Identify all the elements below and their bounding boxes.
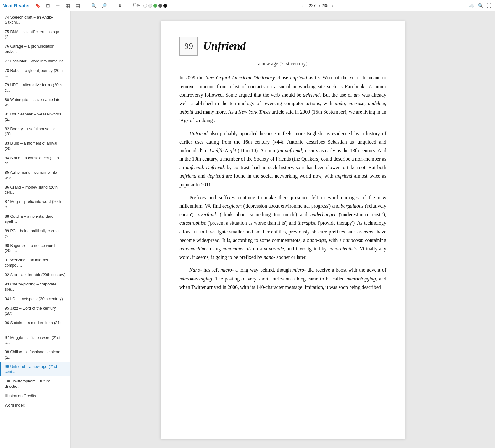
download-icon[interactable]: ⬇	[117, 2, 124, 9]
sidebar-item-77[interactable]: 77 Escalator – word into name int...	[0, 56, 70, 66]
dot-4[interactable]	[158, 4, 162, 8]
sidebar-item-97[interactable]: 97 Muggle – a fiction word (21st c...	[0, 333, 70, 348]
chapter-subtitle: a new age (21st century)	[179, 59, 386, 68]
bookmark-icon[interactable]: 🔖	[34, 2, 41, 9]
fullscreen-icon[interactable]: ⛶	[486, 2, 492, 9]
separator2	[112, 3, 112, 9]
sidebar-item-78[interactable]: 78 Robot – a global journey (20th ...	[0, 66, 70, 81]
prev-page-button[interactable]: ‹	[300, 3, 305, 9]
app-title: Neat Reader	[3, 3, 30, 8]
sidebar-item-86[interactable]: 86 Grand – money slang (20th cen...	[0, 183, 70, 197]
chapter-number-box: 99	[179, 37, 198, 56]
sidebar-item-94[interactable]: 94 LOL – netspeak (20th century)	[0, 294, 70, 304]
sidebar: 74 Speech-craft – an Anglo-Saxoni... 75 …	[0, 11, 71, 448]
main-area: 74 Speech-craft – an Anglo-Saxoni... 75 …	[0, 11, 495, 448]
paragraph-1: In 2009 the New Oxford American Dictiona…	[179, 73, 386, 125]
separator1	[86, 3, 86, 9]
sidebar-item-92[interactable]: 92 App – a killer abb (20th century)	[0, 270, 70, 280]
sidebar-item-illustration[interactable]: Illustration Credits	[0, 391, 70, 401]
sidebar-item-75[interactable]: 75 DNA – scientific terminology (2...	[0, 27, 70, 42]
sidebar-item-99[interactable]: 99 Unfriend – a new age (21st cent...	[0, 362, 70, 377]
sidebar-item-96[interactable]: 96 Sudoku – a modern loan (21st ...	[0, 318, 70, 333]
sidebar-item-85[interactable]: 85 Alzheimer's – surname into wor...	[0, 168, 70, 183]
sidebar-item-word-index[interactable]: Word Index	[0, 401, 70, 410]
next-page-button[interactable]: ›	[329, 3, 335, 9]
color-dots	[143, 4, 167, 8]
dot-5[interactable]	[163, 4, 167, 8]
chapter-title-text: Unfriend	[203, 40, 246, 52]
right-icons: ☁️ 🔍 ⛶	[468, 2, 492, 9]
sidebar-item-91[interactable]: 91 Webzine – an internet compou...	[0, 255, 70, 270]
dot-1[interactable]	[143, 4, 147, 8]
search-right-icon[interactable]: 🔍	[477, 2, 484, 9]
paragraph-4: Nano- has left micro- a long way behind,…	[179, 266, 386, 291]
search-icon[interactable]: 🔍	[91, 2, 97, 9]
sidebar-item-83[interactable]: 83 Blurb – a moment of arrival (20t...	[0, 139, 70, 153]
content-area: 99 Unfriend a new age (21st century) In …	[71, 11, 495, 448]
page-content: 99 Unfriend a new age (21st century) In …	[161, 21, 405, 439]
sidebar-item-89[interactable]: 89 PC – being politically correct (2...	[0, 226, 70, 241]
sidebar-item-88[interactable]: 88 Gotcha – a non-standard spelli...	[0, 212, 70, 227]
sidebar-item-95[interactable]: 95 Jazz – word of the century (20t...	[0, 304, 70, 318]
page-total: 235	[322, 3, 329, 8]
sidebar-item-100[interactable]: 100 Twittersphere – future directio...	[0, 376, 70, 391]
sidebar-item-84[interactable]: 84 Strine – a comic effect (20th ce...	[0, 153, 70, 168]
sidebar-item-90[interactable]: 90 Bagonise – a nonce-word (20th...	[0, 241, 70, 256]
sidebar-item-76[interactable]: 76 Garage – a pronunciation probl...	[0, 42, 70, 56]
chapter-header: 99 Unfriend	[179, 36, 386, 56]
sidebar-item-87[interactable]: 87 Mega – prefix into word (20th c...	[0, 197, 70, 212]
dot-3[interactable]	[153, 4, 157, 8]
search2-icon[interactable]: 🔎	[101, 2, 108, 9]
page-input[interactable]	[307, 3, 318, 8]
chapter-number: 99	[184, 39, 193, 54]
dot-2[interactable]	[148, 4, 152, 8]
sidebar-item-81[interactable]: 81 Doublespeak – weasel words (2...	[0, 109, 70, 124]
color-label: 配色	[133, 3, 140, 8]
page-separator: /	[319, 3, 320, 8]
grid-icon[interactable]: ⊞	[45, 2, 51, 9]
table-icon[interactable]: ▦	[65, 2, 71, 9]
paragraph-2: Unfriend also probably appealed because …	[179, 129, 386, 189]
sidebar-item-80[interactable]: 80 Watergate – place-name into w...	[0, 95, 70, 110]
sidebar-item-74[interactable]: 74 Speech-craft – an Anglo-Saxoni...	[0, 13, 70, 27]
page-navigation: ‹ / 235 ›	[300, 3, 335, 9]
cloud-icon[interactable]: ☁️	[468, 2, 475, 9]
chapter-title: Unfriend	[203, 36, 246, 56]
menu-icon[interactable]: ☰	[55, 2, 61, 9]
sidebar-item-82[interactable]: 82 Doobry – useful nonsense (20t...	[0, 124, 70, 139]
list-icon[interactable]: ▤	[75, 2, 82, 9]
separator3	[128, 3, 128, 9]
top-bar: Neat Reader 🔖 ⊞ ☰ ▦ ▤ 🔍 🔎 ⬇ 配色 ‹ / 235 ›…	[0, 0, 495, 11]
sidebar-item-79[interactable]: 79 UFO – alternative forms (20th c...	[0, 80, 70, 95]
sidebar-item-98[interactable]: 98 Chillax – a fashionable blend (2...	[0, 347, 70, 362]
paragraph-3: Prefixes and suffixes continue to make t…	[179, 193, 386, 262]
sidebar-item-93[interactable]: 93 Cherry-picking – corporate spe...	[0, 280, 70, 294]
